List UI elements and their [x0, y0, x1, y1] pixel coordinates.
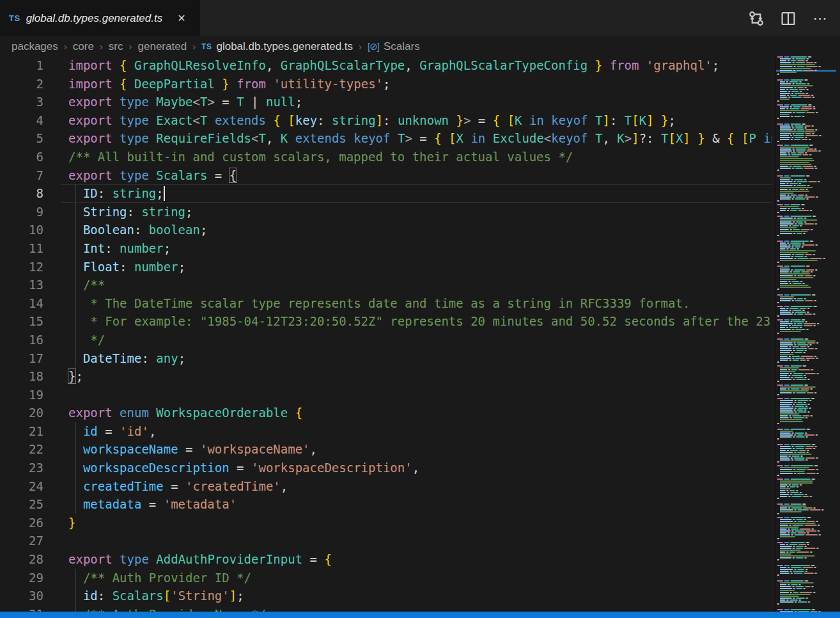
line-number: 5 [0, 129, 43, 148]
code-line[interactable]: 10 Boolean: boolean; [0, 221, 772, 239]
line-number: 26 [0, 514, 43, 532]
code-line[interactable]: 1import { GraphQLResolveInfo, GraphQLSca… [0, 56, 772, 75]
typescript-file-icon: TS [9, 13, 20, 23]
minimap[interactable] [775, 56, 836, 618]
code-area[interactable]: 1import { GraphQLResolveInfo, GraphQLSca… [0, 56, 772, 618]
typescript-file-icon: TS [201, 42, 212, 51]
line-number: 30 [0, 587, 43, 605]
breadcrumb-separator-icon: › [64, 41, 67, 52]
code-editor[interactable]: 1import { GraphQLResolveInfo, GraphQLSca… [0, 56, 840, 618]
breadcrumb-item-global-db-types-generated-ts[interactable]: TSglobal.db.types.generated.ts [201, 40, 353, 53]
line-number: 3 [0, 93, 43, 111]
breadcrumb-label: packages [12, 40, 58, 53]
code-line[interactable]: 8 ID: string; [0, 184, 772, 203]
line-number: 23 [0, 459, 43, 477]
breadcrumb-label: core [73, 40, 94, 53]
code-lines: 1import { GraphQLResolveInfo, GraphQLSca… [0, 56, 772, 618]
line-number: 27 [0, 532, 43, 550]
symbol-type-icon: [⊘] [368, 41, 379, 52]
code-line[interactable]: 15 * For example: "1985-04-12T23:20:50.5… [0, 312, 772, 331]
breadcrumb-separator-icon: › [100, 41, 103, 52]
tab-bar: TS global.db.types.generated.ts ✕ [0, 0, 840, 36]
code-line[interactable]: 21 id = 'id', [0, 422, 772, 441]
vertical-scrollbar[interactable] [836, 56, 840, 618]
line-number: 6 [0, 148, 43, 166]
code-line[interactable]: 25 metadata = 'metadata' [0, 495, 772, 514]
breadcrumb: packages›core›src›generated›TSglobal.db.… [0, 36, 840, 56]
line-number: 17 [0, 349, 43, 368]
line-number: 11 [0, 239, 43, 258]
split-editor-icon[interactable] [780, 10, 797, 27]
code-line[interactable]: 3export type Maybe<T> = T | null; [0, 93, 772, 111]
line-number: 13 [0, 276, 43, 294]
breadcrumb-label: generated [138, 40, 187, 53]
vscode-editor-window: TS global.db.types.generated.ts ✕ [0, 0, 840, 618]
tab-title: global.db.types.generated.ts [26, 12, 163, 25]
line-number: 22 [0, 440, 43, 459]
line-number: 7 [0, 166, 43, 185]
code-line[interactable]: 20export enum WorkspaceOrderable { [0, 404, 772, 422]
breadcrumb-item-src[interactable]: src [109, 40, 123, 53]
code-line[interactable]: 24 createdTime = 'createdTime', [0, 477, 772, 496]
line-number: 25 [0, 495, 43, 514]
breadcrumb-item-generated[interactable]: generated [138, 40, 187, 53]
breadcrumb-separator-icon: › [192, 41, 196, 52]
more-actions-icon[interactable]: ⋯ [812, 10, 828, 27]
code-line[interactable]: 30 id: Scalars['String']; [0, 587, 772, 605]
line-number: 8 [0, 184, 43, 203]
breadcrumb-item-core[interactable]: core [73, 40, 94, 53]
line-number: 12 [0, 258, 43, 276]
code-line[interactable]: 2import { DeepPartial } from 'utility-ty… [0, 75, 772, 93]
breadcrumb-item-scalars[interactable]: [⊘]Scalars [368, 40, 420, 53]
progress-accent-bar [0, 612, 840, 618]
code-line[interactable]: 9 String: string; [0, 203, 772, 221]
line-number: 28 [0, 550, 43, 569]
line-number: 10 [0, 221, 43, 239]
code-line[interactable]: 17 DateTime: any; [0, 349, 772, 368]
line-number: 14 [0, 294, 43, 313]
code-line[interactable]: 5export type RequireFields<T, K extends … [0, 129, 772, 148]
code-line[interactable]: 19 [0, 386, 772, 404]
compare-changes-icon[interactable] [748, 10, 765, 27]
tab-global-db-types-generated[interactable]: TS global.db.types.generated.ts ✕ [0, 0, 200, 36]
editor-actions: ⋯ [748, 0, 840, 36]
line-number: 2 [0, 75, 43, 93]
code-line[interactable]: 6/** All built-in and custom scalars, ma… [0, 148, 772, 166]
line-number: 4 [0, 111, 43, 130]
breadcrumb-item-packages[interactable]: packages [12, 40, 58, 53]
close-tab-icon[interactable]: ✕ [175, 11, 188, 26]
code-line[interactable]: 22 workspaceName = 'workspaceName', [0, 440, 772, 459]
breadcrumb-label: Scalars [384, 40, 420, 53]
line-number: 1 [0, 56, 43, 75]
code-line[interactable]: 16 */ [0, 331, 772, 349]
code-line[interactable]: 23 workspaceDescription = 'workspaceDesc… [0, 459, 772, 477]
code-line[interactable]: 12 Float: number; [0, 258, 772, 276]
breadcrumb-separator-icon: › [359, 41, 362, 52]
line-number: 16 [0, 331, 43, 349]
code-line[interactable]: 11 Int: number; [0, 239, 772, 258]
line-number: 19 [0, 386, 43, 404]
code-line[interactable]: 14 * The DateTime scalar type represents… [0, 294, 772, 313]
code-line[interactable]: 29 /** Auth Provider ID */ [0, 569, 772, 587]
line-number: 29 [0, 569, 43, 587]
breadcrumb-label: src [109, 40, 123, 53]
line-number: 18 [0, 367, 43, 386]
code-line[interactable]: 4export type Exact<T extends { [key: str… [0, 111, 772, 130]
line-number: 20 [0, 404, 43, 422]
line-number: 24 [0, 477, 43, 496]
code-line[interactable]: 18}; [0, 367, 772, 386]
breadcrumb-label: global.db.types.generated.ts [216, 40, 353, 53]
code-line[interactable]: 13 /** [0, 276, 772, 294]
code-line[interactable]: 28export type AddAuthProviderInput = { [0, 550, 772, 569]
line-number: 21 [0, 422, 43, 441]
code-line[interactable]: 26} [0, 514, 772, 532]
line-number: 15 [0, 312, 43, 331]
code-line[interactable]: 27 [0, 532, 772, 550]
breadcrumb-separator-icon: › [129, 41, 132, 52]
code-line[interactable]: 7export type Scalars = { [0, 166, 772, 185]
line-number: 9 [0, 203, 43, 221]
